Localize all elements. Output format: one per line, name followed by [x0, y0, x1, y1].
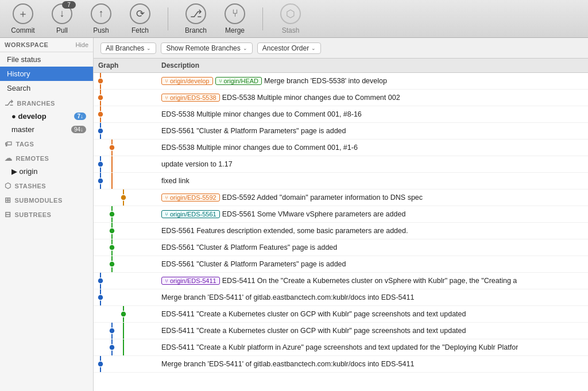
commit-row[interactable]: update version to 1.17 [94, 156, 588, 173]
graph-cell [94, 73, 157, 89]
branch-item-master[interactable]: master 94↓ [0, 123, 93, 136]
pull-button[interactable]: ↓ Pull [48, 3, 76, 34]
tags-section-header: 🏷 TAGS [0, 136, 93, 150]
svg-point-1 [98, 78, 103, 84]
sidebar-item-history[interactable]: History [0, 67, 93, 81]
commit-message: EDS-5561 "Cluster & Platform Features" p… [161, 243, 337, 251]
commit-row[interactable]: ⑂origin/develop⑂origin/HEADMerge branch … [94, 73, 588, 90]
ancestor-order-dropdown[interactable]: Ancestor Order ⌄ [257, 42, 321, 54]
commit-row[interactable]: EDS-5561 "Cluster & Platform Parameters"… [94, 256, 588, 273]
commit-row[interactable]: Merge branch 'EDS-5411' of gitlab.eastba… [94, 356, 588, 373]
graph-column-header: Graph [94, 60, 157, 71]
commit-message: Merge branch 'EDS-5411' of gitlab.eastba… [161, 360, 414, 368]
stash-label: Stash [282, 26, 300, 34]
commit-row[interactable]: ⑂origin/EDS-5538EDS-5538 Multiple minor … [94, 90, 588, 106]
commit-message: Merge branch 'EDS-5538' into develop [264, 77, 387, 85]
commit-label: Commit [11, 26, 34, 34]
branch-item-develop[interactable]: ● develop 7↓ [0, 110, 93, 123]
pull-label: Pull [56, 26, 68, 34]
hide-button[interactable]: Hide [75, 41, 88, 48]
branch-tag: ⑂origin/develop [161, 77, 213, 85]
commit-row[interactable]: ⑂origin/EDS-5561EDS-5561 Some VMware vSp… [94, 206, 588, 223]
graph-cell [94, 356, 157, 372]
desc-cell: EDS-5538 Multiple minor changes due to C… [157, 141, 588, 154]
commit-message: EDS-5561 "Cluster & Platform Parameters"… [161, 127, 346, 135]
commit-icon: ＋ [13, 3, 33, 24]
branch-icon: ⎇ [185, 3, 206, 24]
subtrees-icon: ⊟ [5, 210, 11, 219]
desc-cell: ⑂origin/develop⑂origin/HEADMerge branch … [157, 75, 588, 87]
graph-cell [94, 289, 157, 305]
svg-point-5 [98, 111, 103, 117]
branch-tag: ⑂origin/EDS-5592 [161, 193, 220, 202]
desc-cell: EDS-5561 "Cluster & Platform Parameters"… [157, 258, 588, 270]
sidebar: WORKSPACE Hide File status History Searc… [0, 38, 94, 391]
remote-item-origin[interactable]: ▶ origin [0, 165, 93, 178]
commit-row[interactable]: EDS-5411 "Create a Kubernetes cluster on… [94, 323, 588, 339]
desc-cell: EDS-5538 Multiple minor changes due to C… [157, 108, 588, 121]
graph-cell [94, 206, 157, 222]
commit-message: EDS-5411 "Create a Kubernetes cluster on… [161, 310, 466, 318]
graph-cell [94, 90, 157, 106]
commit-row[interactable]: ⑂origin/EDS-5592EDS-5592 Added "domain" … [94, 189, 588, 206]
remote-name-origin: ▶ origin [11, 167, 37, 176]
graph-cell [94, 173, 157, 189]
develop-badge: 7↓ [74, 113, 86, 120]
desc-cell: Merge branch 'EDS-5411' of gitlab.eastba… [157, 291, 588, 304]
pull-icon: ↓ [52, 3, 72, 24]
table-header: Graph Description [94, 59, 588, 73]
graph-cell [94, 223, 157, 239]
commit-message: EDS-5411 "Create a Kublr platform in Azu… [161, 343, 518, 351]
svg-point-3 [98, 95, 103, 100]
main-layout: WORKSPACE Hide File status History Searc… [0, 38, 588, 391]
commit-row[interactable]: EDS-5411 "Create a Kubernetes cluster on… [94, 306, 588, 323]
submodules-section-header: ⊞ SUBMODULES [0, 192, 93, 207]
sidebar-item-file-status[interactable]: File status [0, 52, 93, 67]
branch-name-develop: ● develop [11, 112, 47, 121]
graph-cell [94, 339, 157, 355]
sidebar-item-search[interactable]: Search [0, 81, 93, 95]
commit-row[interactable]: EDS-5538 Multiple minor changes due to C… [94, 106, 588, 123]
commit-button[interactable]: ＋ Commit [9, 3, 37, 34]
commit-row[interactable]: Merge branch 'EDS-5411' of gitlab.eastba… [94, 289, 588, 306]
graph-cell [94, 323, 157, 339]
graph-cell [94, 239, 157, 255]
commit-row[interactable]: ⑂origin/EDS-5411EDS-5411 On the "Create … [94, 273, 588, 289]
commit-row[interactable]: EDS-5561 "Cluster & Platform Features" p… [94, 239, 588, 256]
subtrees-section-header: ⊟ SUBTREES [0, 207, 93, 221]
show-remote-dropdown[interactable]: Show Remote Branches ⌄ [161, 42, 252, 54]
merge-button[interactable]: ⑂ Merge [221, 3, 249, 34]
commit-row[interactable]: fixed link [94, 173, 588, 189]
branch-tag: ⑂origin/HEAD [215, 77, 262, 85]
svg-point-40 [109, 328, 115, 334]
svg-point-30 [109, 261, 115, 267]
graph-cell [94, 123, 157, 139]
workspace-row: WORKSPACE Hide [0, 38, 93, 52]
push-button[interactable]: ↑ Push [87, 3, 115, 34]
commit-message: fixed link [161, 177, 189, 185]
push-icon: ↑ [91, 3, 111, 24]
fetch-button[interactable]: ⟳ Fetch [126, 3, 154, 34]
branch-tag: ⑂origin/EDS-5411 [161, 277, 220, 285]
commit-row[interactable]: EDS-5561 Features description extended, … [94, 223, 588, 239]
branch-tag: ⑂origin/EDS-5538 [161, 94, 220, 102]
show-remote-arrow: ⌄ [243, 45, 247, 51]
desc-cell: EDS-5411 "Create a Kubernetes cluster on… [157, 324, 588, 337]
svg-point-45 [98, 361, 103, 367]
desc-column-header: Description [157, 60, 588, 71]
all-branches-dropdown[interactable]: All Branches ⌄ [100, 42, 156, 54]
commit-row[interactable]: EDS-5561 "Cluster & Platform Parameters"… [94, 123, 588, 140]
desc-cell: EDS-5561 "Cluster & Platform Features" p… [157, 241, 588, 254]
commit-message: Merge branch 'EDS-5411' of gitlab.eastba… [161, 293, 414, 301]
commit-message: EDS-5592 Added "domain" parameter inform… [222, 193, 423, 202]
commit-row[interactable]: EDS-5538 Multiple minor changes due to C… [94, 140, 588, 156]
stash-button[interactable]: ⬡ Stash [277, 3, 304, 34]
graph-cell [94, 273, 157, 289]
commit-row[interactable]: EDS-5411 "Create a Kublr platform in Azu… [94, 339, 588, 356]
graph-cell [94, 189, 157, 206]
branch-button[interactable]: ⎇ Branch [182, 3, 210, 34]
desc-cell: EDS-5411 "Create a Kubernetes cluster on… [157, 308, 588, 320]
svg-point-34 [98, 295, 103, 300]
desc-cell: ⑂origin/EDS-5592EDS-5592 Added "domain" … [157, 191, 588, 204]
toolbar-sep-2 [262, 7, 263, 30]
